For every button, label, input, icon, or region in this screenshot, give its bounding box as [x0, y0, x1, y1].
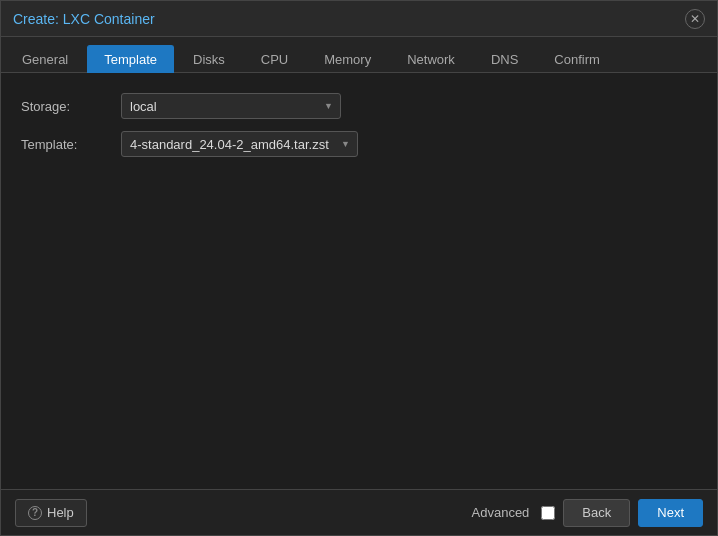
tab-general[interactable]: General [5, 45, 85, 73]
footer-left: ? Help [15, 499, 464, 527]
tab-memory[interactable]: Memory [307, 45, 388, 73]
next-button[interactable]: Next [638, 499, 703, 527]
help-button[interactable]: ? Help [15, 499, 87, 527]
tab-network[interactable]: Network [390, 45, 472, 73]
storage-row: Storage: local [21, 93, 697, 119]
help-icon: ? [28, 506, 42, 520]
tab-confirm[interactable]: Confirm [537, 45, 617, 73]
storage-label: Storage: [21, 99, 121, 114]
template-row: Template: 4-standard_24.04-2_amd64.tar.z… [21, 131, 697, 157]
tab-template[interactable]: Template [87, 45, 174, 73]
tab-disks[interactable]: Disks [176, 45, 242, 73]
template-label: Template: [21, 137, 121, 152]
dialog-title: Create: LXC Container [13, 11, 155, 27]
content-area: Storage: local Template: 4-standard_24.0… [1, 73, 717, 489]
storage-select[interactable]: local [121, 93, 341, 119]
storage-select-wrapper: local [121, 93, 341, 119]
advanced-label: Advanced [472, 505, 530, 520]
footer: ? Help Advanced Back Next [1, 489, 717, 535]
template-select-wrapper: 4-standard_24.04-2_amd64.tar.zst [121, 131, 358, 157]
template-select[interactable]: 4-standard_24.04-2_amd64.tar.zst [121, 131, 358, 157]
close-button[interactable]: ✕ [685, 9, 705, 29]
title-bar: Create: LXC Container ✕ [1, 1, 717, 37]
tab-cpu[interactable]: CPU [244, 45, 305, 73]
dialog: Create: LXC Container ✕ General Template… [0, 0, 718, 536]
back-button[interactable]: Back [563, 499, 630, 527]
help-label: Help [47, 505, 74, 520]
advanced-checkbox[interactable] [541, 506, 555, 520]
tab-dns[interactable]: DNS [474, 45, 535, 73]
tab-bar: General Template Disks CPU Memory Networ… [1, 37, 717, 73]
